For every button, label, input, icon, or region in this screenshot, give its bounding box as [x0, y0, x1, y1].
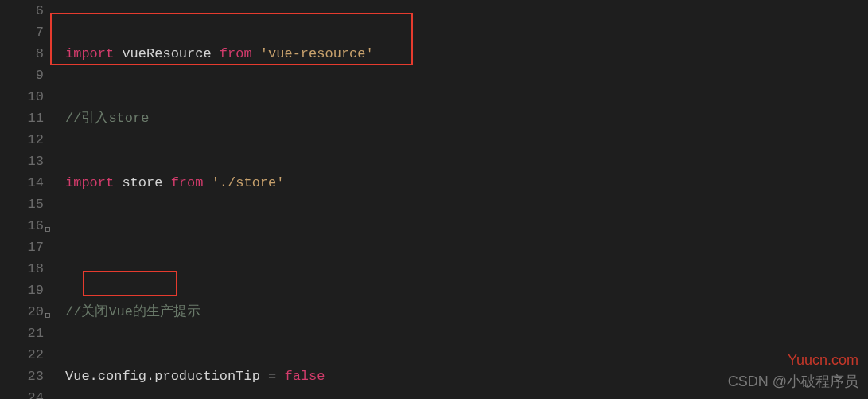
line-number: 21 — [0, 323, 44, 344]
line-number: 13 — [0, 151, 44, 172]
line-number: 11 — [0, 108, 44, 129]
code-line[interactable]: //引入store — [65, 108, 868, 129]
code-line[interactable]: import vueResource from 'vue-resource' — [65, 43, 868, 65]
line-number: 17 — [0, 237, 44, 258]
line-number: 19 — [0, 280, 44, 301]
code-area[interactable]: import vueResource from 'vue-resource' /… — [53, 0, 868, 399]
line-number: 9 — [0, 65, 44, 86]
line-number: 16⊟ — [0, 215, 44, 237]
line-number: 10 — [0, 86, 44, 108]
line-number: 23 — [0, 366, 44, 387]
line-number: 18 — [0, 258, 44, 280]
line-number-gutter: 6 7 8 9 10 11 12 13 14 15 16⊟ 17 18 19 2… — [0, 0, 53, 399]
line-number: 20⊟ — [0, 301, 44, 323]
code-line[interactable]: Vue.config.productionTip = false — [65, 366, 868, 387]
code-editor[interactable]: 6 7 8 9 10 11 12 13 14 15 16⊟ 17 18 19 2… — [0, 0, 868, 399]
code-line[interactable] — [65, 237, 868, 258]
line-number: 22 — [0, 344, 44, 366]
line-number: 14 — [0, 172, 44, 194]
fold-icon[interactable]: ⊟ — [44, 219, 52, 241]
line-number: 15 — [0, 194, 44, 215]
line-number: 12 — [0, 129, 44, 151]
line-number: 8 — [0, 43, 44, 65]
line-number: 7 — [0, 22, 44, 43]
line-number: 24 — [0, 387, 44, 399]
line-number: 6 — [0, 0, 44, 22]
code-line[interactable]: //关闭Vue的生产提示 — [65, 301, 868, 323]
code-line[interactable]: import store from './store' — [65, 172, 868, 194]
fold-icon[interactable]: ⊟ — [44, 305, 52, 327]
